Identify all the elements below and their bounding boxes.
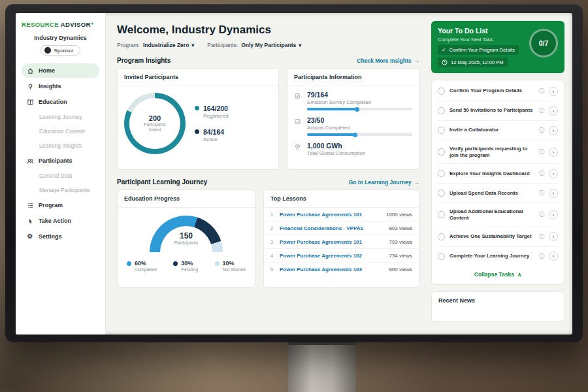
program-filter-label: Program:: [117, 42, 140, 48]
sidebar-item-manage-participants[interactable]: Manage Participants: [22, 184, 99, 197]
lesson-row[interactable]: 3 Power Purchase Agreements 101 793 view…: [264, 235, 419, 249]
sidebar-item-education[interactable]: Education: [22, 95, 99, 109]
info-row-consumption: 1,000 GWh Total Global Consumption: [287, 137, 419, 157]
info-label: Emission Survey Completed: [307, 99, 412, 105]
sidebar-item-education-content[interactable]: Education Content: [22, 125, 99, 138]
lesson-title-link[interactable]: Power Purchase Agreements 101: [280, 212, 382, 218]
legend-dot-blue: [127, 261, 131, 266]
sidebar-item-label: Program: [39, 202, 63, 208]
sponsor-label: Sponsor: [54, 48, 74, 54]
info-icon: ⓘ: [539, 88, 544, 95]
task-checkbox[interactable]: [438, 253, 445, 260]
screen: RESOURCE ADVISOR+ Industry Dynamics Spon…: [16, 13, 572, 335]
lesson-title-link[interactable]: Power Purchase Agreements 101: [280, 239, 384, 245]
info-value: 23/50: [307, 116, 412, 124]
sidebar-item-learning-insights[interactable]: Learning Insights: [22, 139, 99, 152]
learning-journey-header: Participant Learning Journey Go to Learn…: [117, 178, 419, 186]
task-item[interactable]: Explore Your Insights Dashboard ⓘ ›: [438, 164, 558, 184]
chevron-right-icon[interactable]: ›: [549, 87, 558, 96]
lesson-rank: 1: [270, 212, 275, 217]
participants-information-card: Participants Information 79/164 Emission…: [287, 68, 419, 170]
chevron-right-icon[interactable]: ›: [549, 169, 558, 178]
task-checkbox[interactable]: [438, 170, 445, 177]
info-icon: ⓘ: [539, 211, 544, 218]
checklist-icon: [294, 118, 302, 136]
lesson-row[interactable]: 5 Power Purchase Agreements 103 600 view…: [264, 263, 419, 276]
go-to-learning-journey-link[interactable]: Go to Learning Journey →: [349, 179, 419, 186]
todo-next-task[interactable]: ✓ Confirm Your Program Details: [438, 45, 519, 55]
sidebar-item-label: Insights: [39, 83, 61, 90]
sponsor-icon: [44, 47, 51, 54]
task-item[interactable]: Invite a Collaborator ⓘ ›: [438, 121, 558, 140]
donut-center-label: Participants Invited: [140, 122, 169, 132]
chevron-right-icon[interactable]: ›: [549, 252, 558, 261]
lesson-title-link[interactable]: Financial Considerations - VPPAs: [280, 225, 384, 231]
task-checkbox[interactable]: [438, 189, 445, 197]
lesson-row[interactable]: 4 Power Purchase Agreements 102 734 view…: [264, 249, 419, 263]
take-action-icon: [26, 218, 34, 225]
lesson-title-link[interactable]: Power Purchase Agreements 103: [280, 267, 384, 272]
task-checkbox[interactable]: [438, 233, 445, 240]
task-item[interactable]: Upload Spend Data Records ⓘ ›: [438, 184, 558, 203]
check-icon: ✓: [442, 47, 446, 53]
task-item[interactable]: Confirm Your Program Details ⓘ ›: [438, 82, 558, 101]
info-label: Actions Completed: [307, 125, 412, 131]
recent-news-title: Recent News: [438, 297, 475, 304]
sidebar-item-program[interactable]: Program: [22, 198, 99, 212]
program-filter-dropdown[interactable]: Industrialize Zero ▾: [143, 42, 194, 48]
chevron-down-icon: ▾: [299, 42, 301, 48]
chevron-right-icon[interactable]: ›: [549, 232, 558, 241]
task-checkbox[interactable]: [438, 107, 445, 114]
info-row-actions: 23/50 Actions Completed: [287, 112, 419, 137]
task-item[interactable]: Upload Additional Educational Content ⓘ …: [438, 203, 558, 227]
sidebar-item-general-data[interactable]: General Data: [22, 169, 99, 182]
section-title: Program Insights: [117, 57, 171, 64]
lesson-row[interactable]: 1 Power Purchase Agreements 101 1000 vie…: [264, 208, 419, 221]
chevron-right-icon[interactable]: ›: [549, 189, 558, 198]
info-value: 1,000 GWh: [307, 142, 412, 150]
task-checkbox[interactable]: [438, 127, 445, 134]
chevron-right-icon[interactable]: ›: [549, 148, 558, 157]
sidebar-item-label: General Data: [39, 172, 73, 179]
task-checkbox[interactable]: [438, 88, 445, 95]
sidebar-item-learning-journey[interactable]: Learning Journey: [22, 110, 99, 123]
participants-filter-label: Participants:: [207, 42, 238, 48]
check-more-insights-link[interactable]: Check More Insights →: [357, 57, 419, 64]
task-item[interactable]: Send 50 Invitations to Participants ⓘ ›: [438, 101, 558, 121]
task-item[interactable]: Complete Your Learning Journey ⓘ ›: [438, 247, 558, 266]
sponsor-badge[interactable]: Sponsor: [41, 45, 81, 56]
sidebar-item-take-action[interactable]: Take Action: [22, 214, 99, 228]
todo-hero-card: Your To Do List Complete Your Next Task:…: [431, 21, 564, 73]
lesson-title-link[interactable]: Power Purchase Agreements 102: [280, 253, 384, 259]
info-icon: ⓘ: [539, 189, 544, 197]
todo-progress-ring: 0/7: [529, 29, 558, 57]
chevron-right-icon[interactable]: ›: [549, 210, 558, 220]
sidebar-item-participants[interactable]: Participants: [22, 154, 99, 168]
gauge-center-label: Participants: [150, 240, 223, 245]
task-checkbox[interactable]: [438, 211, 445, 218]
info-icon: ⓘ: [539, 148, 544, 155]
chevron-right-icon[interactable]: ›: [549, 126, 558, 135]
section-title: Participant Learning Journey: [117, 178, 207, 186]
page-title: Welcome, Industry Dynamics: [117, 24, 419, 37]
clipboard-icon: [294, 92, 302, 110]
sidebar-item-label: Settings: [39, 233, 62, 240]
invited-participants-card: Invited Participants 200 Participants In…: [117, 68, 279, 170]
sidebar-item-label: Home: [39, 67, 55, 74]
lesson-row[interactable]: 2 Financial Considerations - VPPAs 803 v…: [264, 221, 419, 235]
chevron-right-icon[interactable]: ›: [549, 106, 558, 116]
info-value: 79/164: [307, 91, 412, 99]
lesson-views: 600 views: [389, 267, 412, 272]
sidebar-item-label: Take Action: [39, 218, 71, 224]
legend-dot-teal: [195, 106, 199, 110]
participants-filter-dropdown[interactable]: Only My Participants ▾: [241, 42, 301, 48]
task-item[interactable]: Achieve One Sustainability Target ⓘ ›: [438, 227, 558, 247]
sidebar-item-insights[interactable]: Insights: [22, 79, 99, 93]
collapse-tasks-link[interactable]: Collapse Tasks ∧: [438, 266, 558, 283]
task-item[interactable]: Verify participants requesting to join t…: [438, 140, 558, 164]
arrow-right-icon: →: [414, 57, 420, 64]
task-checkbox[interactable]: [438, 148, 445, 155]
sidebar-item-home[interactable]: Home: [22, 63, 99, 78]
sidebar-item-settings[interactable]: ⚙ Settings: [22, 229, 99, 244]
education-legend: 60%Completed 30%Pending 10%Not Started: [118, 253, 255, 272]
